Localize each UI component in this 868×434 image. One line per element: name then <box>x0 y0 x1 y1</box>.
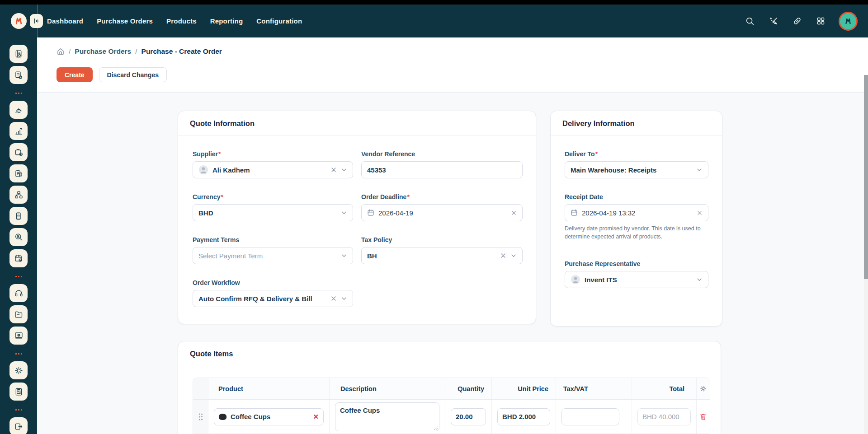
chevron-down-icon[interactable] <box>341 295 347 302</box>
scrollbar-thumb[interactable] <box>864 75 868 279</box>
order-deadline-input[interactable]: 2026-04-19 <box>361 204 523 221</box>
clear-icon[interactable] <box>330 295 337 302</box>
order-deadline-field: Order Deadline* 2026-04-19 <box>361 193 523 221</box>
currency-select[interactable]: BHD <box>193 204 353 221</box>
page-header-band: / Purchase Orders / Purchase - Create Or… <box>37 37 868 93</box>
app-logo[interactable] <box>11 13 27 29</box>
unit-price-cell <box>492 400 556 434</box>
column-header-unit-price: Unit Price <box>492 378 556 399</box>
menu-item-purchase-orders[interactable]: Purchase Orders <box>97 17 153 25</box>
calendar-check-icon[interactable] <box>9 249 28 267</box>
folder-icon[interactable] <box>9 305 28 323</box>
chevron-down-icon[interactable] <box>341 167 347 173</box>
row-drag-cell <box>193 400 208 434</box>
sidebar-divider <box>15 353 22 355</box>
employee-card-icon[interactable] <box>9 383 28 401</box>
search-icon[interactable] <box>745 16 755 27</box>
payment-terms-placeholder: Select Payment Term <box>198 252 337 260</box>
quantity-input[interactable] <box>451 408 486 425</box>
tax-cell <box>556 400 632 434</box>
user-avatar[interactable] <box>839 12 858 31</box>
ai-wand-icon[interactable] <box>768 16 779 27</box>
order-deadline-label: Order Deadline <box>361 193 406 201</box>
purchase-representative-select[interactable]: Invent ITS <box>565 271 708 288</box>
pos-terminal-icon[interactable] <box>9 207 28 225</box>
create-button[interactable]: Create <box>57 67 93 82</box>
product-cell: Coffee Cups ✕ <box>208 400 330 434</box>
chevron-down-icon[interactable] <box>696 167 703 173</box>
total-cell <box>632 400 697 434</box>
menu-item-configuration[interactable]: Configuration <box>256 17 302 25</box>
serving-icon[interactable] <box>9 101 28 119</box>
delete-row-icon[interactable] <box>699 413 707 420</box>
page-actions: Create Discard Changes <box>57 67 167 82</box>
clear-icon[interactable] <box>330 167 337 173</box>
column-header-product: Product <box>208 378 330 399</box>
breadcrumb-purchase-orders[interactable]: Purchase Orders <box>75 47 131 56</box>
navbar-actions <box>745 5 858 37</box>
menu-item-dashboard[interactable]: Dashboard <box>47 17 83 25</box>
clear-icon[interactable] <box>511 210 517 216</box>
deliver-to-value: Main Warehouse: Receipts <box>571 166 692 174</box>
delivery-information-title: Delivery Information <box>562 119 635 128</box>
recruitment-search-icon[interactable] <box>9 228 28 246</box>
menu-item-products[interactable]: Products <box>166 17 197 25</box>
order-workflow-select[interactable]: Auto Confirm RFQ & Delivery & Bill <box>193 290 353 307</box>
chevron-down-icon[interactable] <box>510 252 517 259</box>
receipt-date-input[interactable]: 2026-04-19 13:32 <box>565 204 708 221</box>
main-menu: Dashboard Purchase Orders Products Repor… <box>47 5 302 37</box>
vendor-reference-input[interactable] <box>361 161 523 178</box>
clipboard-icon[interactable] <box>9 164 28 182</box>
journal-icon[interactable] <box>9 45 28 63</box>
sidebar-divider <box>15 93 22 94</box>
tax-input[interactable] <box>561 408 619 425</box>
menu-item-reporting[interactable]: Reporting <box>210 17 243 25</box>
purchase-representative-field: Purchase Representative Invent ITS <box>565 260 708 288</box>
headset-icon[interactable] <box>9 284 28 302</box>
brand-glyph-icon <box>14 16 24 26</box>
chevron-down-icon[interactable] <box>341 210 347 216</box>
quote-items-panel: Quote Items Product Description Quantity… <box>178 341 721 434</box>
payment-terms-select[interactable]: Select Payment Term <box>193 247 353 264</box>
supplier-value: Ali Kadhem <box>212 166 326 174</box>
order-workflow-value: Auto Confirm RFQ & Delivery & Bill <box>198 295 326 303</box>
window-top-strip <box>0 0 868 5</box>
scale-icon[interactable] <box>9 143 28 161</box>
growth-chart-icon[interactable] <box>9 122 28 140</box>
unit-price-input[interactable] <box>497 408 550 425</box>
drag-column-header <box>193 378 208 399</box>
attachment-icon[interactable] <box>792 16 802 27</box>
clear-icon[interactable] <box>500 252 506 259</box>
column-header-tax: Tax/VAT <box>556 378 632 399</box>
drag-handle[interactable] <box>198 413 203 420</box>
receipt-date-label: Receipt Date <box>565 193 708 201</box>
clear-icon[interactable] <box>697 210 703 216</box>
quote-items-table: Product Description Quantity Unit Price … <box>193 378 710 434</box>
apps-grid-icon[interactable] <box>815 16 826 27</box>
chevron-down-icon[interactable] <box>696 276 703 283</box>
table-settings-gear-icon[interactable] <box>699 385 707 392</box>
hierarchy-icon[interactable] <box>9 186 28 204</box>
tax-policy-select[interactable]: BH <box>361 247 523 264</box>
remove-product-icon[interactable]: ✕ <box>313 413 319 421</box>
deliver-to-select[interactable]: Main Warehouse: Receipts <box>565 161 708 178</box>
currency-label: Currency <box>193 193 220 201</box>
home-icon[interactable] <box>57 47 65 56</box>
currency-value: BHD <box>198 209 337 217</box>
settings-gear-icon[interactable] <box>9 361 28 379</box>
deliver-to-field: Deliver To* Main Warehouse: Receipts <box>565 150 708 178</box>
sidebar-collapse-button[interactable] <box>30 14 43 28</box>
calculator-icon[interactable] <box>9 66 28 84</box>
discard-changes-button[interactable]: Discard Changes <box>99 67 167 82</box>
chevron-down-icon[interactable] <box>341 252 347 259</box>
supplier-select[interactable]: Ali Kadhem <box>193 161 353 178</box>
description-cell: Coffee Cups <box>330 400 445 434</box>
product-select[interactable]: Coffee Cups ✕ <box>214 408 324 425</box>
total-readonly <box>637 408 691 425</box>
sidebar-divider <box>15 409 22 411</box>
description-textarea[interactable]: Coffee Cups <box>335 402 439 431</box>
presentation-icon[interactable] <box>9 327 28 345</box>
logout-icon[interactable] <box>9 417 28 434</box>
quote-information-panel: Quote Information Supplier* Ali Kadhem V… <box>178 111 536 324</box>
order-workflow-label: Order Workflow <box>193 279 353 286</box>
